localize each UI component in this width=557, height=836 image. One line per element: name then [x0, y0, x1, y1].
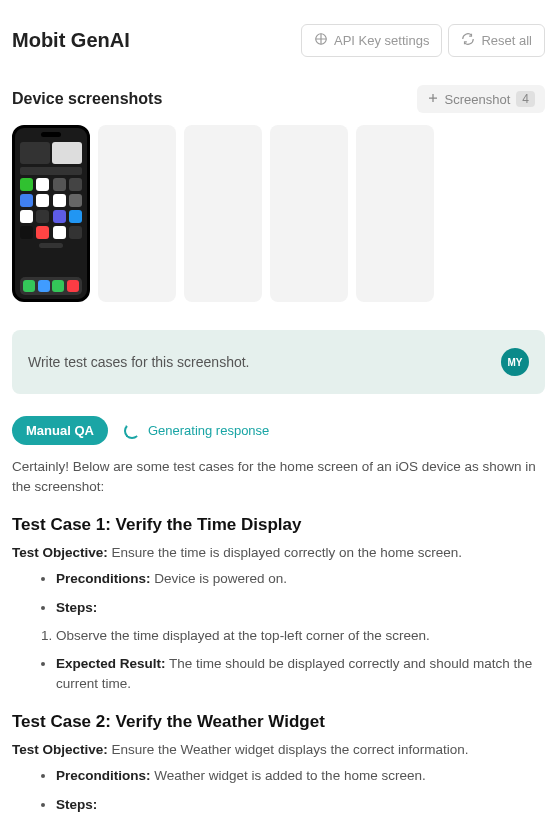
screenshot-remaining-count: 4 [516, 91, 535, 107]
app-icon [20, 178, 33, 191]
screenshot-slot-empty[interactable] [356, 125, 434, 302]
dock-icon [23, 280, 35, 292]
tc2-objective: Test Objective: Ensure the Weather widge… [12, 740, 545, 760]
weather-widget [52, 142, 82, 164]
app-icon [69, 226, 82, 239]
header: Mobit GenAI API Key settings Reset all [12, 24, 545, 57]
widget-row [20, 142, 82, 164]
tc1-step1: Observe the time displayed at the top-le… [56, 626, 545, 646]
app-icon-grid [20, 178, 82, 239]
generating-label: Generating response [148, 423, 269, 438]
search-pill [39, 243, 63, 248]
app-icon [36, 210, 49, 223]
add-screenshot-button[interactable]: Screenshot 4 [417, 85, 545, 113]
tc2-steps-label: Steps: [56, 795, 545, 815]
dock-icon [67, 280, 79, 292]
tc2-title: Test Case 2: Verify the Weather Widget [12, 709, 545, 735]
dock-icon [38, 280, 50, 292]
dock-icon [52, 280, 64, 292]
app-icon [20, 194, 33, 207]
app-icon [69, 210, 82, 223]
header-actions: API Key settings Reset all [301, 24, 545, 57]
add-screenshot-label: Screenshot [445, 92, 511, 107]
plus-icon [427, 92, 439, 107]
ai-response: Certainly! Below are some test cases for… [12, 457, 545, 815]
phone-notch [41, 132, 61, 137]
time-widget [20, 142, 50, 164]
app-icon [20, 226, 33, 239]
screenshot-slot-empty[interactable] [184, 125, 262, 302]
app-icon [36, 226, 49, 239]
tc1-title: Test Case 1: Verify the Time Display [12, 512, 545, 538]
screenshot-slot-empty[interactable] [98, 125, 176, 302]
reset-all-button[interactable]: Reset all [448, 24, 545, 57]
manual-qa-badge[interactable]: Manual QA [12, 416, 108, 445]
tc1-objective: Test Objective: Ensure the time is displ… [12, 543, 545, 563]
openai-icon [314, 32, 328, 49]
siri-widget [20, 167, 82, 175]
refresh-icon [461, 32, 475, 49]
screenshot-thumbnail[interactable] [12, 125, 90, 302]
app-icon [36, 194, 49, 207]
screenshot-slots [12, 125, 545, 302]
app-icon [53, 194, 66, 207]
app-icon [69, 194, 82, 207]
api-key-settings-label: API Key settings [334, 33, 429, 48]
screenshots-section-header: Device screenshots Screenshot 4 [12, 85, 545, 113]
app-icon [53, 210, 66, 223]
app-icon [20, 210, 33, 223]
tc2-preconditions: Preconditions: Weather widget is added t… [56, 766, 545, 786]
reset-all-label: Reset all [481, 33, 532, 48]
user-avatar: MY [501, 348, 529, 376]
response-intro: Certainly! Below are some test cases for… [12, 457, 545, 498]
api-key-settings-button[interactable]: API Key settings [301, 24, 442, 57]
tc1-preconditions: Preconditions: Device is powered on. [56, 569, 545, 589]
tc1-expected: Expected Result: The time should be disp… [56, 654, 545, 695]
user-prompt-box: Write test cases for this screenshot. MY [12, 330, 545, 394]
app-icon [69, 178, 82, 191]
app-title: Mobit GenAI [12, 29, 130, 52]
status-row: Manual QA Generating response [12, 416, 545, 445]
app-icon [53, 178, 66, 191]
spinner-icon [124, 423, 140, 439]
tc1-steps-label: Steps: [56, 598, 545, 618]
phone-dock [20, 277, 82, 295]
app-icon [36, 178, 49, 191]
app-icon [53, 226, 66, 239]
prompt-text: Write test cases for this screenshot. [28, 354, 250, 370]
screenshot-slot-empty[interactable] [270, 125, 348, 302]
generating-status: Generating response [124, 423, 269, 439]
section-title: Device screenshots [12, 90, 162, 108]
